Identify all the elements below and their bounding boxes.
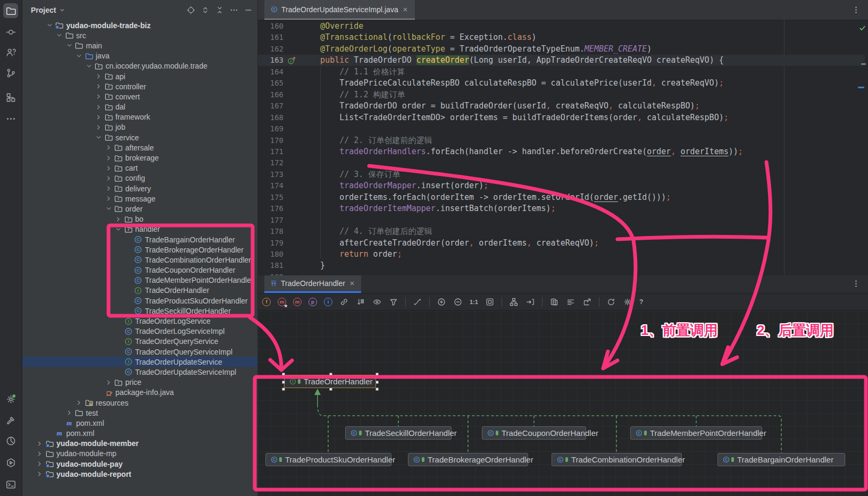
activity-more-button[interactable] (3, 111, 18, 126)
header-collapse-all-button[interactable] (215, 5, 224, 15)
selection-handle[interactable] (329, 373, 332, 376)
line-number[interactable]: 173 (258, 169, 283, 180)
chevron-down-icon[interactable] (59, 7, 65, 13)
toolbar-export-button[interactable] (582, 297, 592, 307)
diagram-node-TradeBrokerageOrderHandler[interactable]: CTradeBrokerageOrderHandler (408, 453, 528, 466)
line-number[interactable]: 162 (258, 44, 283, 55)
close-icon[interactable] (349, 280, 355, 287)
tree-item-order[interactable]: order (22, 204, 257, 214)
toolbar-zoom-out-button[interactable] (453, 297, 463, 307)
line-number[interactable]: 165 (258, 78, 283, 89)
line-number[interactable]: 175 (258, 192, 283, 203)
tree-item-java[interactable]: java (22, 51, 257, 61)
toolbar-edge-button[interactable] (413, 297, 422, 307)
tree-item-job[interactable]: job (22, 122, 257, 132)
chevron-collapsed-icon[interactable] (104, 174, 114, 182)
chevron-collapsed-icon[interactable] (104, 164, 114, 172)
tree-item-TradeBargainOrderHandler[interactable]: CTradeBargainOrderHandler (22, 234, 257, 245)
line-number[interactable]: 161 (258, 32, 283, 43)
chevron-expanded-icon[interactable] (94, 133, 104, 142)
tree-item-TradeOrderUpdateServiceImpl[interactable]: CTradeOrderUpdateServiceImpl (22, 367, 257, 377)
activity-services-button[interactable] (3, 455, 18, 470)
tree-item-yudao-module-member[interactable]: yudao-module-member (22, 439, 257, 449)
line-number[interactable]: 181 (258, 260, 283, 271)
line-number[interactable]: 160 (258, 21, 283, 32)
tree-item-service[interactable]: service (22, 132, 257, 142)
line-number[interactable]: 178 (258, 226, 283, 237)
kebab-menu-icon[interactable] (852, 280, 862, 289)
tree-item-yudao-module-pay[interactable]: yudao-module-pay (22, 459, 257, 469)
tree-item-convert[interactable]: convert (22, 91, 257, 102)
chevron-expanded-icon[interactable] (84, 62, 94, 70)
line-number[interactable]: 180 (258, 249, 283, 260)
header-more-button[interactable] (229, 5, 239, 15)
toolbar-org-button[interactable] (509, 297, 519, 307)
tree-item-yudao-module-mp[interactable]: yudao-module-mp (22, 449, 257, 459)
chevron-collapsed-icon[interactable] (35, 470, 45, 478)
tree-item-package-info.java[interactable]: package-info.java (22, 388, 257, 398)
chevron-expanded-icon[interactable] (45, 21, 55, 30)
chevron-collapsed-icon[interactable] (35, 449, 45, 458)
line-number[interactable]: 182 (258, 272, 283, 275)
chevron-collapsed-icon[interactable] (94, 93, 104, 101)
tree-item-yudao-module-trade-biz[interactable]: yudao-module-trade-biz (22, 20, 257, 30)
diagram-node-TradeBargainOrderHandler[interactable]: CTradeBargainOrderHandler (717, 453, 845, 466)
tree-item-aftersale[interactable]: aftersale (22, 142, 257, 153)
tree-item-TradeMemberPointOrderHandler[interactable]: CTradeMemberPointOrderHandler (22, 275, 257, 285)
tree-item-handler[interactable]: handler (22, 224, 257, 234)
tree-item-TradeOrderUpdateService[interactable]: ITradeOrderUpdateService (22, 357, 257, 367)
tree-item-TradeSeckillOrderHandler[interactable]: CTradeSeckillOrderHandler (22, 306, 257, 316)
tree-item-message[interactable]: message (22, 194, 257, 204)
chevron-expanded-icon[interactable] (104, 205, 114, 213)
toolbar-show-properties-button[interactable]: p (308, 298, 317, 306)
tree-item-bo[interactable]: bo (22, 214, 257, 224)
toolbar-show-fields-button[interactable]: f (262, 298, 271, 306)
diagram-node-TradeMemberPointOrderHandler[interactable]: CTradeMemberPointOrderHandler (630, 426, 762, 440)
chevron-collapsed-icon[interactable] (94, 123, 104, 131)
toolbar-show-methods-button[interactable]: m (293, 298, 302, 306)
close-icon[interactable] (402, 6, 408, 13)
tree-item-delivery[interactable]: delivery (22, 183, 257, 194)
tree-item-cart[interactable]: cart (22, 163, 257, 173)
chevron-collapsed-icon[interactable] (104, 144, 114, 152)
tree-item-resources[interactable]: resources (22, 398, 257, 408)
chevron-collapsed-icon[interactable] (113, 215, 123, 223)
chevron-collapsed-icon[interactable] (94, 113, 104, 121)
toolbar-filter-button[interactable] (389, 297, 398, 307)
tree-item-TradeProductSkuOrderHandler[interactable]: CTradeProductSkuOrderHandler (22, 296, 257, 306)
line-number[interactable]: 176 (258, 203, 283, 214)
tree-item-TradeOrderLogService[interactable]: ITradeOrderLogService (22, 316, 257, 326)
chevron-collapsed-icon[interactable] (64, 409, 74, 417)
diagram-canvas[interactable]: ITradeOrderHandlerCTradeSeckillOrderHand… (258, 311, 868, 496)
activity-build-button[interactable] (3, 413, 18, 427)
activity-terminal-button[interactable] (3, 477, 18, 492)
selection-handle[interactable] (282, 388, 285, 391)
tree-item-main[interactable]: main (22, 40, 257, 51)
selection-handle[interactable] (282, 381, 285, 384)
toolbar-apply-button[interactable] (525, 297, 535, 307)
line-number[interactable]: 177 (258, 215, 283, 226)
project-title[interactable]: Project (31, 6, 56, 14)
header-expand-all-button[interactable] (201, 5, 210, 15)
toolbar-eye-button[interactable] (372, 297, 382, 307)
tree-item-controller[interactable]: controller (22, 81, 257, 91)
toolbar-show-inner-classes-button[interactable]: i (324, 298, 332, 306)
tree-item-pom.xml[interactable]: mpom.xml (22, 428, 257, 439)
tree-item-TradeOrderQueryServiceImpl[interactable]: CTradeOrderQueryServiceImpl (22, 347, 257, 357)
tree-item-TradeOrderLogServiceImpl[interactable]: CTradeOrderLogServiceImpl (22, 326, 257, 337)
line-number[interactable]: 164 (258, 66, 283, 78)
chevron-collapsed-icon[interactable] (104, 195, 114, 203)
editor-tab[interactable]: C TradeOrderUpdateServiceImpl.java (264, 0, 415, 20)
selection-handle[interactable] (375, 373, 379, 376)
tree-item-src[interactable]: src (22, 30, 257, 40)
selection-handle[interactable] (375, 381, 379, 384)
activity-project-button[interactable] (3, 3, 18, 18)
diagram-tab[interactable]: TradeOrderHandler (264, 275, 361, 293)
chevron-expanded-icon[interactable] (54, 31, 64, 40)
activity-structure-button[interactable] (3, 90, 18, 105)
chevron-collapsed-icon[interactable] (104, 154, 114, 162)
tree-item-api[interactable]: api (22, 71, 257, 81)
toolbar-link-button[interactable] (339, 297, 349, 307)
tree-item-yudao-module-report[interactable]: yudao-module-report (22, 469, 257, 479)
activity-profiler-button[interactable] (3, 433, 18, 448)
